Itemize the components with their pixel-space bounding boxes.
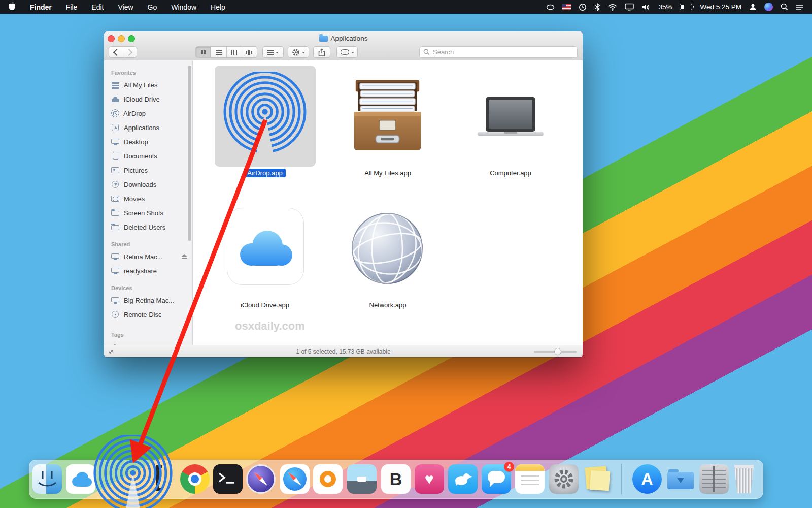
sidebar-item-label: Documents (124, 152, 157, 160)
safari-dock-icon[interactable] (280, 464, 310, 494)
sidebar-item-screen-shots[interactable]: Screen Shots (104, 206, 192, 220)
bluetooth-icon[interactable] (594, 3, 600, 11)
orange-ring-app-dock-icon[interactable] (313, 464, 343, 494)
expand-icon[interactable] (108, 348, 114, 355)
sidebar-item-applications[interactable]: Applications (104, 120, 192, 135)
sidebar-item-downloads[interactable]: Downloads (104, 177, 192, 192)
siri-icon[interactable] (764, 3, 773, 11)
airdrop-dragged-icon[interactable] (92, 435, 174, 508)
download-arrow-icon (677, 478, 684, 483)
menu-view[interactable]: View (118, 3, 133, 11)
sidebar-item-remote-disc[interactable]: Remote Disc (104, 307, 192, 322)
finder-dock-icon[interactable] (32, 464, 62, 494)
chevron-down-icon (276, 52, 279, 55)
sidebar-item-label: Movies (124, 195, 145, 203)
app-store-letter: A (632, 464, 662, 494)
skitch-dock-icon[interactable]: ♥ (415, 464, 444, 494)
dock-divider (621, 464, 622, 494)
icon-size-slider[interactable] (534, 351, 577, 353)
apple-menu[interactable] (8, 2, 16, 12)
column-view-button[interactable] (226, 47, 242, 57)
battery-icon[interactable] (680, 4, 692, 10)
cloud-app-dock-icon[interactable] (66, 464, 95, 494)
file-name: All My Files.app (364, 169, 411, 177)
spotlight-search-icon[interactable] (781, 3, 788, 11)
wifi-icon[interactable] (608, 4, 617, 11)
sidebar-item-documents[interactable]: Documents (104, 149, 192, 163)
safari-dark-dock-icon[interactable] (246, 464, 276, 494)
screen-shots-folder-icon (111, 209, 120, 217)
bbedit-dock-icon[interactable]: B (381, 464, 411, 494)
menu-window[interactable]: Window (171, 3, 196, 11)
eject-icon[interactable] (182, 254, 187, 259)
pictures-icon (111, 166, 120, 174)
terminal-dock-icon[interactable] (213, 464, 243, 494)
sidebar-item-retina-mac[interactable]: Retina Mac... (104, 249, 192, 264)
downloads-folder-dock-icon[interactable] (666, 464, 695, 494)
sidebar-item-readyshare[interactable]: readyshare (104, 264, 192, 278)
menu-help[interactable]: Help (211, 3, 225, 11)
time-machine-icon[interactable] (579, 3, 587, 11)
back-button[interactable] (109, 47, 123, 57)
coverflow-view-button[interactable] (242, 47, 257, 57)
messages-dock-icon[interactable]: 4 (482, 464, 511, 494)
icon-view-button[interactable] (196, 47, 211, 57)
share-icon (318, 48, 325, 56)
menu-finder[interactable]: Finder (30, 3, 52, 11)
sidebar-item-label: Retina Mac... (124, 253, 163, 261)
file-label: Computer.app (460, 169, 561, 177)
sidebar-item-pictures[interactable]: Pictures (104, 163, 192, 177)
search-input[interactable] (419, 46, 578, 58)
sidebar-item-label: Remote Disc (124, 311, 161, 319)
menu-file[interactable]: File (66, 3, 78, 11)
tag-icon (341, 49, 349, 55)
input-source-flag-icon[interactable] (562, 4, 571, 10)
gear-icon (292, 48, 300, 56)
sidebar-item-label: readyshare (124, 267, 157, 275)
sidebar-item-airdrop[interactable]: AirDrop (104, 106, 192, 120)
sidebar-item-big-retina-mac[interactable]: Big Retina Mac... (104, 293, 192, 307)
shared-display-icon (111, 252, 120, 261)
sidebar-item-all-my-files[interactable]: All My Files (104, 78, 192, 92)
sidebar-item-desktop[interactable]: Desktop (104, 135, 192, 149)
sidebar-section-favorites: Favorites (111, 70, 192, 76)
sidebar-item-movies[interactable]: Movies (104, 192, 192, 206)
chrome-dock-icon[interactable] (180, 464, 210, 494)
chevron-left-icon (113, 48, 120, 55)
sidebar-item-deleted-users[interactable]: Deleted Users (104, 220, 192, 234)
notes-dock-icon[interactable] (515, 464, 545, 494)
sidebar-scrollbar[interactable] (188, 66, 191, 241)
system-preferences-dock-icon[interactable] (549, 464, 579, 494)
status-text: 1 of 5 selected, 15.73 GB available (296, 348, 390, 355)
arrange-button[interactable] (262, 46, 284, 58)
menu-edit[interactable]: Edit (91, 3, 104, 11)
window-title: Applications (331, 35, 368, 42)
sidebar-item-icloud-drive[interactable]: iCloud Drive (104, 92, 192, 106)
sidebar-item-label: Applications (124, 124, 159, 132)
coverflow-view-icon (246, 50, 253, 55)
sidebar-item-label: AirDrop (123, 110, 146, 117)
volume-icon[interactable] (641, 4, 651, 11)
screen-capture-icon[interactable] (546, 4, 555, 11)
tags-button[interactable] (336, 46, 358, 58)
list-view-button[interactable] (211, 47, 226, 57)
user-account-icon[interactable] (749, 3, 757, 11)
column-view-icon (231, 50, 237, 55)
twitter-dock-icon[interactable] (448, 464, 478, 494)
action-button[interactable] (288, 46, 309, 58)
sidebar-section-tags: Tags (111, 332, 192, 338)
sidebar-item-label: Deleted Users (124, 224, 165, 231)
app-store-dock-icon[interactable]: A (632, 464, 662, 494)
archive-utility-dock-icon[interactable] (699, 464, 729, 494)
display-mirroring-icon[interactable] (625, 3, 634, 11)
forward-button[interactable] (123, 47, 137, 57)
utility-app-dock-icon[interactable] (347, 464, 377, 494)
slider-knob[interactable] (554, 348, 561, 355)
stickies-dock-icon[interactable] (583, 464, 612, 494)
menu-bar: Finder File Edit View Go Window Help (0, 0, 812, 14)
menu-bar-clock[interactable]: Wed 5:25 PM (700, 3, 741, 11)
notification-center-icon[interactable] (796, 4, 804, 10)
share-button[interactable] (313, 46, 330, 58)
menu-go[interactable]: Go (148, 3, 157, 11)
trash-dock-icon[interactable] (732, 465, 756, 493)
